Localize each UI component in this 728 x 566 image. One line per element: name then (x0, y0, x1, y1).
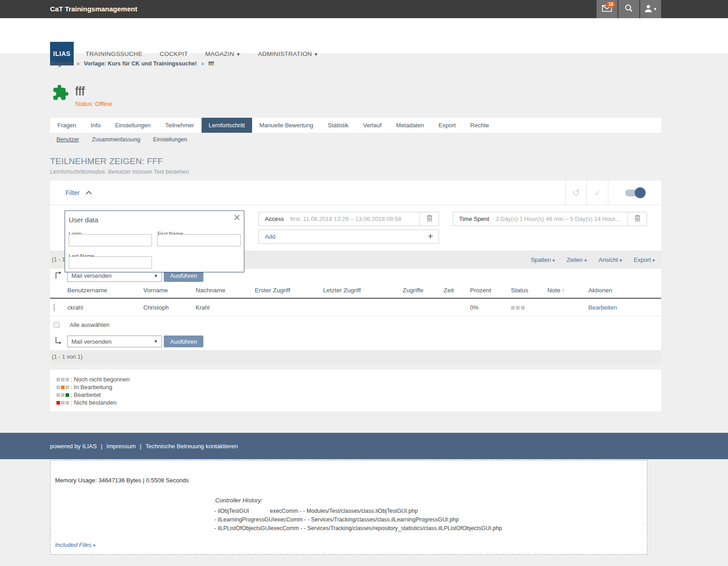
chevron-down-icon: ▾ (552, 258, 555, 263)
column-zeit[interactable]: Zeit (444, 287, 470, 294)
status-square (56, 393, 60, 397)
header: ILIAS TRAININGSSUCHE COCKPIT MAGAZIN▼ AD… (0, 18, 728, 53)
view-menu[interactable]: Ansicht ▾ (598, 256, 622, 263)
status-square (61, 386, 65, 389)
user-menu-button[interactable]: ▼ (640, 0, 661, 18)
plus-icon: + (428, 231, 439, 242)
app-title: CaT Trainingsmanagement (50, 0, 137, 18)
tab-einstellungen[interactable]: Einstellungen (108, 118, 158, 133)
chevron-down-icon: ▼ (236, 52, 241, 57)
chevron-down-icon: ▼ (314, 52, 318, 57)
tab-lernfortschritt[interactable]: Lernfortschritt (202, 118, 252, 133)
toggle-knob (635, 187, 646, 198)
search-icon (625, 4, 633, 14)
first-name-field[interactable] (157, 234, 241, 246)
last-name-field[interactable] (69, 256, 152, 269)
bulk-action-row-bottom: Mail versenden ▼ Ausführen (50, 333, 661, 350)
participants-table: Mail versenden ▼ Ausführen Benutzername … (50, 269, 661, 350)
close-icon[interactable]: × (233, 212, 240, 223)
subtab-zusammenfassung[interactable]: Zusammenfassung (92, 136, 140, 143)
cell-status (511, 304, 547, 311)
column-erster-zugriff[interactable]: Erster Zugriff (255, 287, 323, 294)
filter-toggle-switch[interactable] (625, 190, 644, 196)
footer-separator: | (140, 443, 141, 450)
columns-menu[interactable]: Spalten ▾ (531, 256, 555, 263)
legend-item: : Bearbeitet (56, 391, 661, 399)
tab-teilnehmer[interactable]: Teilnehmer (158, 118, 202, 133)
footer-separator: | (101, 443, 102, 450)
page-title: fff (75, 85, 85, 99)
row-checkbox[interactable] (54, 304, 55, 311)
user-data-popup: User data × Login First Name Last Name (65, 210, 244, 272)
filter-collapse-control[interactable]: Filter (66, 180, 92, 205)
column-letzter-zugriff[interactable]: Letzter Zugriff (323, 287, 403, 294)
filter-chip-access[interactable]: Access first: 11.06.2018 13:29 – 13.06.2… (258, 212, 439, 226)
chevron-down-icon: ▼ (653, 7, 657, 11)
column-note[interactable]: Note↑ (547, 287, 588, 294)
execute-button-bottom[interactable]: Ausführen (164, 336, 203, 347)
chevron-down-icon: ▾ (584, 258, 586, 263)
remove-time-spent-filter-button[interactable] (627, 212, 647, 225)
tab-info[interactable]: Info (83, 118, 108, 133)
cell-firstname: Christoph (143, 304, 196, 311)
status-square (61, 401, 65, 405)
breadcrumb-item[interactable]: Vorlage: Kurs für CK und Trainingssuche! (84, 60, 197, 67)
status-square (66, 393, 69, 397)
tab-fragen[interactable]: Fragen (50, 118, 83, 133)
user-icon (644, 4, 652, 14)
tab-rechte[interactable]: Rechte (463, 118, 496, 133)
nav-item-cockpit[interactable]: COCKPIT (160, 50, 188, 57)
column-nachname[interactable]: Nachname (196, 287, 255, 294)
export-menu[interactable]: Export ▾ (634, 256, 655, 263)
nav-item-magazin[interactable]: MAGAZIN▼ (205, 50, 241, 57)
filter-chip-time-spent[interactable]: Time Spent 3 Day(s) 1 Hour(s) 46 min – 5… (453, 212, 647, 226)
tab-export[interactable]: Export (431, 118, 463, 133)
tab-metadaten[interactable]: Metadaten (389, 118, 431, 133)
dev-info-box: Memory Usage: 34647136 Bytes | 0.5508 Se… (50, 460, 647, 555)
breadcrumb-item[interactable]: Magazin (50, 60, 72, 67)
controller-history-entry: - ilObjTestGUI execComm - - Modules/Test… (214, 506, 502, 515)
rows-menu[interactable]: Zeilen ▾ (566, 256, 586, 263)
table-row: ckrahl Christoph Krahl 0% Bearbeiten (50, 299, 661, 316)
column-aktionen[interactable]: Aktionen (588, 287, 657, 294)
column-zugriffe[interactable]: Zugriffe (403, 287, 444, 294)
nav-item-trainingssuche[interactable]: TRAININGSSUCHE (86, 50, 142, 57)
remove-access-filter-button[interactable] (420, 212, 439, 225)
footer-link-support[interactable]: Technische Betreuung kontaktieren (146, 443, 238, 450)
status-legend: : Noch nicht begonnen : In Bearbeitung :… (50, 370, 661, 411)
subtab-benutzer[interactable]: Benutzer (56, 136, 79, 143)
footer-link-impressum[interactable]: Impressum (106, 443, 136, 450)
add-filter-row[interactable]: Add + (258, 230, 439, 244)
search-button[interactable] (618, 0, 639, 18)
breadcrumb-separator: » (201, 60, 204, 67)
column-vorname[interactable]: Vorname (143, 287, 196, 294)
select-all-label: Alle auswählen (70, 321, 109, 328)
subtab-einstellungen[interactable]: Einstellungen (153, 136, 187, 143)
filter-reset-button[interactable]: ↺ (565, 180, 586, 205)
column-status[interactable]: Status (511, 287, 547, 294)
cell-lastname: Krahl (196, 304, 255, 311)
mail-badge: 16 (606, 1, 616, 7)
tab-verlauf[interactable]: Verlauf (356, 118, 389, 133)
breadcrumb-item[interactable]: fff (208, 60, 214, 67)
legend-item: : Nicht bestanden (56, 399, 661, 406)
mail-button[interactable]: 16 (597, 0, 617, 18)
edit-link[interactable]: Bearbeiten (588, 304, 617, 311)
controller-history-list: - ilObjTestGUI execComm - - Modules/Test… (214, 506, 502, 532)
select-all-checkbox[interactable] (54, 322, 60, 328)
chevron-down-icon: ▼ (154, 274, 158, 278)
column-benutzername[interactable]: Benutzername (67, 287, 143, 294)
status-square (56, 378, 60, 381)
bulk-action-select-bottom[interactable]: Mail versenden ▼ (67, 336, 162, 347)
tab-statistik[interactable]: Statistik (321, 118, 356, 133)
tab-manuelle-bewertung[interactable]: Manuelle Bewertung (252, 118, 321, 133)
trash-icon (634, 215, 641, 224)
login-field[interactable] (69, 234, 152, 246)
included-files-toggle[interactable]: Included Files ▾ (55, 541, 96, 548)
filter-apply-button[interactable]: ✓ (586, 180, 608, 205)
footer-link-powered-by[interactable]: powered by ILIAS (50, 443, 97, 450)
legend-item: : Noch nicht begonnen (56, 376, 661, 383)
select-all-row: Alle auswählen (50, 316, 661, 333)
nav-item-administration[interactable]: ADMINISTRATION▼ (258, 50, 318, 57)
column-prozent[interactable]: Prozent (470, 287, 511, 294)
